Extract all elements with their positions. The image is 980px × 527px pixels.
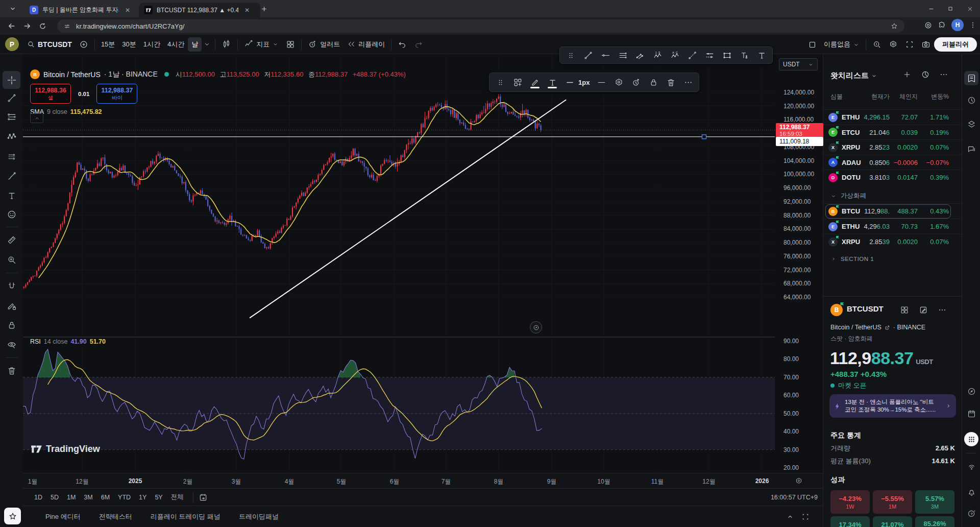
site-settings-icon[interactable]	[63, 22, 71, 30]
tool-trend-line[interactable]	[3, 89, 20, 107]
news-banner[interactable]: 13분 전 · 앤소니 폼플리아노 "비트코인 조정폭 30%→15%로 축소.…	[829, 394, 956, 418]
column-header[interactable]: 변동%	[931, 92, 949, 101]
watchlist-add-icon[interactable]	[900, 67, 914, 82]
lens-icon[interactable]	[924, 21, 933, 30]
timeframe-4시간[interactable]: 4시간	[164, 37, 188, 52]
watchlist-more-icon[interactable]	[937, 67, 951, 82]
rail-broadcast-icon[interactable]	[964, 460, 978, 474]
range-5Y[interactable]: 5Y	[151, 492, 166, 503]
legend-collapse-button[interactable]	[30, 113, 43, 123]
template-icon[interactable]	[509, 75, 526, 90]
symbol-search-button[interactable]: BTCUSDT	[23, 37, 76, 52]
hexagon-gear-icon[interactable]	[610, 75, 627, 90]
tool-emoji[interactable]	[3, 205, 20, 223]
undo-button[interactable]	[394, 37, 410, 52]
tool-text-tool[interactable]	[3, 186, 20, 204]
tab2-close-icon[interactable]: ✕	[244, 7, 250, 14]
forward-button[interactable]	[19, 18, 35, 34]
range-3M[interactable]: 3M	[80, 492, 96, 503]
rect-tool-icon[interactable]	[718, 47, 736, 63]
chart-style-button[interactable]	[218, 37, 235, 52]
rail-help-icon[interactable]: ?	[964, 506, 978, 520]
layout-name-button[interactable]: 이름없음	[820, 37, 863, 52]
watchlist-group[interactable]: 가상화폐	[830, 191, 866, 200]
channel-icon[interactable]	[631, 47, 649, 63]
anchored-text-icon[interactable]	[736, 47, 753, 63]
tool-eye-hide[interactable]	[3, 336, 20, 353]
bottom-tab[interactable]: 트레이딩패널	[230, 509, 288, 524]
clock-utc[interactable]: 16:00:57 UTC+9	[771, 494, 823, 501]
axis-settings-icon[interactable]	[795, 477, 803, 485]
watchlist-heatmap-icon[interactable]	[918, 67, 933, 82]
buy-button[interactable]: 112,988.37바이	[96, 84, 137, 104]
rail-bell-icon[interactable]	[964, 485, 978, 499]
perf-tile-6M[interactable]: 17.34%6M	[830, 516, 870, 527]
horizontal-ray-icon[interactable]	[597, 47, 614, 63]
tool-crosshair[interactable]	[3, 71, 20, 89]
favorites-star-button[interactable]	[4, 508, 21, 524]
perf-tile-전체[interactable]: 85.26%전체	[915, 516, 954, 527]
rail-watchlist-tab-icon[interactable]	[964, 71, 978, 85]
pencil-icon[interactable]	[526, 75, 544, 90]
perf-tile-3M[interactable]: 5.57%3M	[915, 490, 954, 514]
fullscreen-button[interactable]	[901, 37, 918, 52]
rail-radar-icon[interactable]	[964, 384, 978, 398]
detail-layout-icon[interactable]	[897, 303, 912, 317]
detail-edit-icon[interactable]	[916, 303, 930, 317]
range-1M[interactable]: 1M	[63, 492, 80, 503]
alert-button[interactable]: 얼러트	[304, 37, 344, 52]
compass-badge-icon[interactable]	[530, 321, 542, 333]
range-전체[interactable]: 전체	[167, 491, 188, 504]
bottom-tab[interactable]: 리플레이 트레이딩 패널	[141, 509, 230, 524]
browser-profile-avatar[interactable]: H	[951, 19, 964, 31]
save-layout-button[interactable]	[804, 37, 820, 52]
publish-button[interactable]: 퍼블리쉬	[934, 37, 977, 52]
column-header[interactable]: 체인지	[899, 92, 918, 101]
bottom-tab[interactable]: 전략테스터	[90, 509, 141, 524]
column-header[interactable]: 심볼	[830, 92, 843, 101]
panel-expand-icon[interactable]	[786, 513, 794, 521]
window-maximize-button[interactable]	[940, 0, 961, 17]
timeframe-날[interactable]: 날	[188, 37, 202, 52]
watchlist-row-ADAU[interactable]: AADAU0.8506−0.0006−0.07%	[823, 155, 962, 171]
settings-button[interactable]	[885, 37, 901, 52]
watchlist-row-XRPU[interactable]: XXRPU2.85230.00200.07%	[823, 139, 962, 155]
alarm-add-icon[interactable]	[627, 75, 645, 90]
trash-icon[interactable]	[662, 75, 679, 90]
timeframe-15분[interactable]: 15분	[97, 37, 118, 52]
text-tool-icon[interactable]	[753, 47, 770, 63]
tool-zoom-in[interactable]	[3, 251, 20, 269]
redo-button[interactable]	[410, 37, 427, 52]
price-scale-currency-button[interactable]: USDT	[779, 58, 818, 70]
watchlist-title[interactable]: 왓치리스트	[830, 71, 877, 81]
panel-maximize-icon[interactable]	[801, 513, 810, 521]
tab1-close-icon[interactable]: ✕	[125, 7, 130, 14]
rail-object-tree-icon[interactable]	[964, 117, 978, 131]
range-1Y[interactable]: 1Y	[135, 492, 151, 503]
tab-search-button[interactable]	[4, 0, 21, 17]
time-axis[interactable]: 1월12월20252월3월4월5월6월7월8월9월10월11월12월2026	[23, 473, 823, 489]
rail-alerts-clock-icon[interactable]	[964, 93, 978, 107]
drag-handle-icon[interactable]	[492, 75, 509, 90]
perf-tile-1M[interactable]: −5.55%1M	[873, 490, 912, 514]
timeframe-1시간[interactable]: 1시간	[140, 37, 164, 52]
goto-date-icon[interactable]	[199, 493, 208, 502]
quick-search-button[interactable]	[869, 37, 885, 52]
lock-all-icon[interactable]	[645, 75, 662, 90]
parallel-lines-icon[interactable]	[614, 47, 631, 63]
snapshot-camera-button[interactable]	[918, 37, 934, 52]
drag-handle-icon[interactable]	[562, 47, 579, 63]
price-scale[interactable]: USDT 124,000.00120,000.00116,000.00112,0…	[775, 54, 823, 473]
range-5D[interactable]: 5D	[46, 492, 63, 503]
replay-button[interactable]: 리플레이	[344, 37, 388, 52]
text-tool-icon[interactable]	[544, 75, 561, 90]
sma-legend[interactable]: SMA 9 close 115,475.82	[30, 108, 409, 115]
window-close-button[interactable]	[960, 0, 980, 17]
watchlist-row-DOTU[interactable]: DDOTU3.81030.01470.39%	[823, 170, 962, 185]
range-1D[interactable]: 1D	[30, 492, 46, 503]
reload-button[interactable]	[35, 18, 50, 34]
more-dots-icon[interactable]	[679, 75, 697, 90]
tool-position-tool[interactable]	[3, 148, 20, 165]
tool-fib-lines[interactable]	[3, 108, 20, 126]
range-YTD[interactable]: YTD	[114, 492, 135, 503]
